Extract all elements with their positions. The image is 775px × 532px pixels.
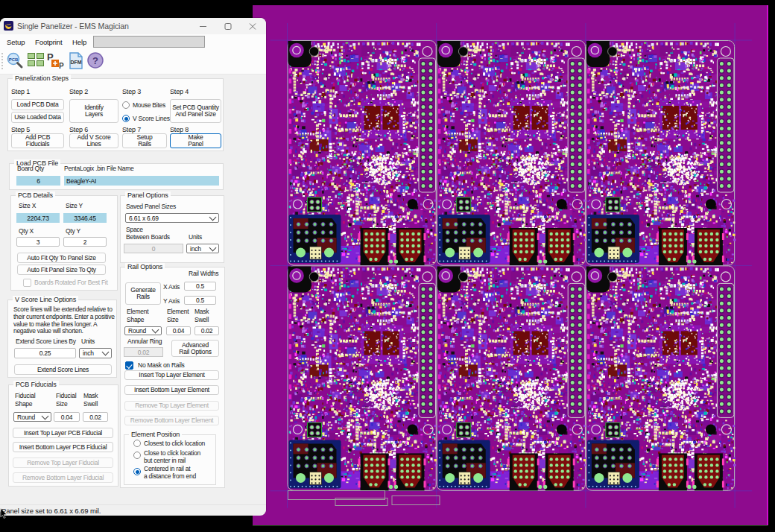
svg-text:PCB: PCB: [9, 57, 19, 62]
svg-text:P: P: [59, 62, 64, 69]
svg-text:DFM: DFM: [70, 60, 81, 65]
svg-text:?: ?: [92, 55, 98, 66]
